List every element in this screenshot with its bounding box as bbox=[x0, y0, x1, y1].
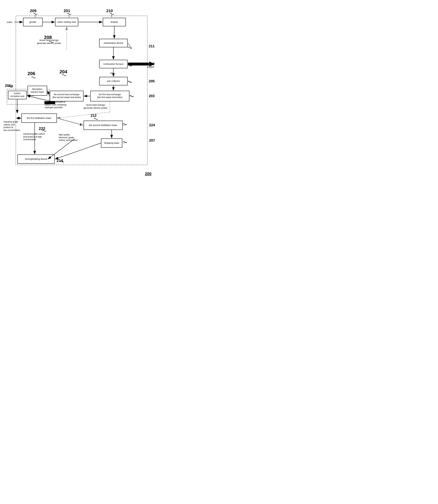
ref-206: 206 bbox=[28, 71, 35, 76]
ref-214: 214 bbox=[56, 158, 63, 163]
high-quality-label: high quality, electronic grade sulfuric … bbox=[59, 133, 84, 142]
diagram-container: 209 201 210 208 211 202 205 206 206a 204… bbox=[4, 4, 156, 178]
ref-210: 210 bbox=[106, 9, 113, 13]
bottom-circulation-tank-box: bottom circulation tank bbox=[8, 91, 27, 99]
ref-207: 207 bbox=[149, 138, 155, 142]
ref-222: 222 bbox=[39, 126, 45, 131]
figure-number: 200 bbox=[145, 172, 152, 176]
second-distillation-tower-box: the second distillation tower bbox=[84, 121, 123, 130]
reuse-heat-label-1: reuse heat energy/ generate electric pow… bbox=[37, 39, 61, 45]
ref-211: 211 bbox=[149, 44, 155, 48]
reuse-heat-label-2: reuse heat energy/ generate electric pow… bbox=[84, 103, 108, 110]
ref-212: 212 bbox=[91, 114, 97, 118]
industrial-grade-high-label: industrial grade sulfuric acid product a… bbox=[23, 133, 46, 141]
absorption-reaction-tower-box: Absorption-reaction tower bbox=[28, 86, 47, 96]
nebulization-device-box: nebulization device bbox=[99, 39, 128, 47]
sulfur-label: sulfur bbox=[7, 21, 12, 24]
ref-206a: 206a bbox=[5, 84, 13, 88]
combustion-furnace-box: combustion furnace bbox=[99, 60, 128, 68]
first-heat-exchanger-box: the first heat exchanger (the first wast… bbox=[90, 91, 129, 101]
industrial-grade-low-label: industrial grade sulfuric acid product a… bbox=[4, 121, 21, 132]
ref-205: 205 bbox=[149, 79, 155, 83]
ref-204: 204 bbox=[60, 69, 67, 75]
stripping-tower-box: Stripping tower bbox=[101, 138, 122, 148]
ash-collector-box: ash collector bbox=[99, 77, 128, 85]
first-distillation-tower-box: the first distillation tower bbox=[21, 114, 57, 123]
storing-bottling-device-box: storing/bottling device bbox=[17, 154, 55, 164]
grinder-box: grinder bbox=[23, 18, 43, 26]
second-heat-exchanger-box: the second heat exchanger (the second wa… bbox=[50, 91, 84, 101]
so2-label: SO₂ bbox=[110, 72, 114, 75]
sulfur-melting-tank-box: sulfur melting tank bbox=[55, 18, 78, 26]
hydrogen-peroxide-label: Hydrogen peroxide or sulfuric acid conta… bbox=[45, 101, 66, 109]
strainer-box: strainer bbox=[103, 18, 126, 26]
ref-201: 201 bbox=[64, 9, 70, 13]
ref-203: 203 bbox=[149, 94, 155, 98]
ref-224: 224 bbox=[149, 123, 155, 127]
oxygen-label: oxygen bbox=[147, 66, 154, 69]
ref-209: 209 bbox=[30, 9, 36, 13]
